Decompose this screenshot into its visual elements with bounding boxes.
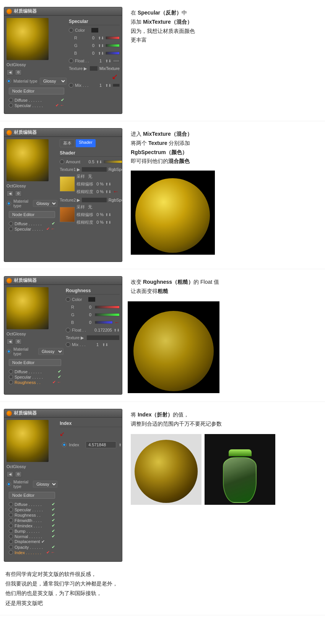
desc-bold-3b: 粗糙 <box>158 288 168 294</box>
cr-filmwidth-4[interactable] <box>9 518 13 522</box>
mix-slider-1[interactable] <box>113 84 120 87</box>
mat-name-3: OctGlossy <box>6 331 63 337</box>
ch-filmwidth-4: Filmwidth . . . . ✔ <box>9 518 55 523</box>
index-radio-4[interactable] <box>62 442 67 447</box>
mat-panel-1: 材质编辑器 OctGlossy ◀ ⚙ <box>4 7 122 114</box>
mat-type-row-2: Material type Glossy <box>6 198 57 209</box>
float-slider-1[interactable] <box>113 59 120 62</box>
mat-name-2: OctGlossy <box>6 183 57 189</box>
cr-bump-4[interactable] <box>9 529 13 533</box>
shader-title-2: Shader <box>60 150 122 157</box>
mix-radio-1[interactable] <box>69 83 73 88</box>
mat-type-dropdown-3[interactable]: Glossy <box>38 348 63 355</box>
icon-btn-2a[interactable]: ◀ <box>6 190 13 197</box>
node-editor-btn-3[interactable]: Node Editor <box>9 359 61 366</box>
desc-bold-1b: MixTexture（混合） <box>143 19 192 25</box>
mix-radio-3[interactable] <box>66 342 70 347</box>
r-slider-3[interactable] <box>95 306 120 309</box>
cr-specular-4[interactable] <box>9 507 13 512</box>
cc-opacity-4: ✔ <box>52 545 55 550</box>
mat-type-label-1: Material type <box>13 79 37 83</box>
channel-radio-specular-3[interactable] <box>9 375 13 379</box>
cr-opacity-4[interactable] <box>9 545 13 549</box>
mat-type-radio-1[interactable] <box>6 79 11 83</box>
cr-roughness-4[interactable] <box>9 513 13 517</box>
mix-value-1: 1 <box>98 83 104 88</box>
icon-btn-4a[interactable]: ◀ <box>6 471 13 477</box>
color-radio-3[interactable] <box>66 297 70 302</box>
icon-btn-2b[interactable]: ⚙ <box>15 190 22 197</box>
cr-diffuse-4[interactable] <box>9 502 13 506</box>
mat-type-dropdown-2[interactable]: Glossy <box>33 200 57 207</box>
sample1-row-2: 采样 无 <box>76 173 122 180</box>
channel-radio-roughness-3[interactable] <box>9 380 13 384</box>
texture-value-1: MixTexture <box>99 66 120 71</box>
cc-roughness-4: ✔ <box>52 512 55 517</box>
amount-radio-2[interactable] <box>60 159 64 164</box>
mat-type-radio-4[interactable] <box>6 482 11 486</box>
float-row-1: Float . . 1 ⬆⬇ <box>69 57 120 64</box>
cl-diffuse-4: Diffuse . . . . . . <box>15 502 50 507</box>
mix-label-1: Mix . . . <box>75 83 96 88</box>
cc-bump-4: ✔ <box>52 529 55 533</box>
node-editor-btn-1[interactable]: Node Editor <box>9 88 64 94</box>
preview-wrapper-3: OctGlossy ◀ ⚙ Material type Glossy <box>6 287 63 385</box>
g-arrow-1: ⬆⬇ <box>98 44 104 48</box>
mat-type-dropdown-1[interactable]: Glossy <box>40 78 67 85</box>
title-icon-1 <box>6 9 12 14</box>
b-label-1: B <box>74 51 89 55</box>
g-slider-1[interactable] <box>106 44 120 47</box>
sharp1-value-2: 0 % <box>96 189 104 194</box>
mat-type-label-3: Material type <box>13 347 36 356</box>
cr-displacement-4[interactable] <box>9 540 13 544</box>
channels-2: Diffuse . . . . . . ✔ Specular . . . . .… <box>6 220 57 232</box>
mat-right-1: Specular Color R 0 ⬆⬇ <box>69 18 120 109</box>
b-slider-3[interactable] <box>95 321 113 324</box>
cr-filmindex-4[interactable] <box>9 524 13 528</box>
mix-row-3: Mix . . . 1 ⬆⬇ <box>66 341 120 348</box>
icon-btn-1a[interactable]: ◀ <box>6 69 13 75</box>
cl-displacement-4: Displacement ✔ <box>15 539 55 544</box>
channel-radio-diffuse-1[interactable] <box>9 98 13 102</box>
g-value-1: 0 <box>90 43 96 48</box>
icon-btn-3a[interactable]: ◀ <box>6 338 13 345</box>
g-slider-3[interactable] <box>95 313 120 316</box>
color-radio-1[interactable] <box>69 28 73 33</box>
g-label-3: G <box>71 312 86 317</box>
channel-label-specular-2: Specular . . . . . <box>15 227 45 231</box>
mat-type-row-4: Material type Glossy <box>6 479 57 490</box>
section1: 材质编辑器 OctGlossy ◀ ⚙ <box>0 0 325 121</box>
r-slider-1[interactable] <box>106 36 120 39</box>
section4-content: 材质编辑器 OctGlossy ◀ ⚙ <box>0 402 325 566</box>
icon-btn-4b[interactable]: ⚙ <box>15 471 22 477</box>
desc-text-4: 将 Index（折射）的值， 调整到合适的范围内千万不要死记参数 <box>131 410 318 429</box>
icon-btn-1b[interactable]: ⚙ <box>15 69 22 75</box>
float-radio-3[interactable] <box>66 328 70 332</box>
mat-type-dropdown-4[interactable]: Glossy <box>33 481 57 488</box>
mat-type-radio-3[interactable] <box>6 349 11 354</box>
float-arrow-3: ⬆⬇ <box>114 328 120 332</box>
channel-radio-diffuse-3[interactable] <box>9 369 13 374</box>
channel-radio-specular-2[interactable] <box>9 227 13 231</box>
channel-radio-specular-1[interactable] <box>9 103 13 107</box>
cr-normal-4[interactable] <box>9 534 13 538</box>
sharp2-label-2: 模糊程度 <box>76 220 93 225</box>
section2: 材质编辑器 OctGlossy ◀ ⚙ <box>0 121 325 269</box>
icon-btn-3b[interactable]: ⚙ <box>15 338 22 345</box>
mat-type-radio-2[interactable] <box>6 201 11 206</box>
channel-radio-diffuse-2[interactable] <box>9 221 13 226</box>
node-editor-btn-2[interactable]: Node Editor <box>9 211 55 218</box>
b-slider-1[interactable] <box>106 52 120 55</box>
desc-bold-3a: Roughness（粗糙） <box>143 279 193 285</box>
cr-index-4[interactable] <box>9 550 13 555</box>
tab-shader-2[interactable]: Shader <box>76 139 95 147</box>
tab-basic-2[interactable]: 基本 <box>60 139 75 147</box>
amount-value-2: 0.5 <box>88 159 94 164</box>
section2-content: 材质编辑器 OctGlossy ◀ ⚙ <box>0 121 325 266</box>
channel-label-diffuse-1: Diffuse . . . . . . <box>15 98 59 102</box>
float-radio-1[interactable] <box>69 59 73 63</box>
roughness-title-3: Roughness <box>66 287 120 294</box>
node-editor-btn-4[interactable]: Node Editor <box>9 492 55 499</box>
index-value-4[interactable]: 4.571848 <box>86 441 116 448</box>
amount-slider-2[interactable] <box>104 160 122 163</box>
